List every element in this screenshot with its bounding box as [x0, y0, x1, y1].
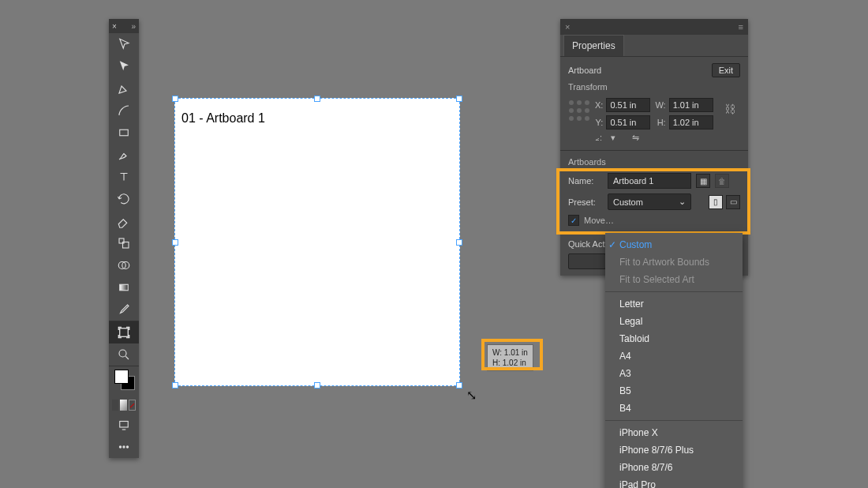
resize-handle[interactable]	[456, 382, 462, 389]
artboard-canvas[interactable]: 01 - Artboard 1 ⤡	[174, 98, 460, 386]
eraser-tool-icon[interactable]	[109, 210, 139, 232]
move-artwork-checkbox[interactable]: ✓	[568, 215, 579, 226]
move-artwork-label: Move…	[584, 216, 614, 225]
h-label: H:	[655, 118, 665, 127]
artboard-options-icon[interactable]: ▦	[696, 174, 710, 188]
preset-option[interactable]: iPhone 8/7/6 Plus	[605, 441, 743, 459]
rectangle-tool-icon[interactable]	[109, 122, 139, 144]
paintbrush-tool-icon[interactable]	[109, 144, 139, 166]
edit-toolbar-icon[interactable]	[109, 436, 139, 458]
fill-swatch[interactable]	[114, 370, 129, 384]
preset-dropdown-menu[interactable]: CustomFit to Artwork BoundsFit to Select…	[605, 233, 743, 488]
preset-option[interactable]: Legal	[605, 313, 743, 330]
h-input[interactable]	[669, 115, 713, 130]
gradient-mode-icon[interactable]	[120, 400, 126, 411]
preset-dropdown[interactable]: Custom ⌄	[608, 193, 691, 210]
resize-handle[interactable]	[314, 96, 320, 102]
resize-handle[interactable]	[172, 239, 178, 246]
svg-point-11	[126, 446, 128, 448]
screen-mode-icon[interactable]	[109, 414, 139, 436]
transform-section-label: Transform	[568, 82, 740, 92]
resize-handle[interactable]	[456, 239, 462, 246]
dimension-tooltip: W: 1.01 in H: 1.02 in	[487, 344, 533, 371]
landscape-orientation-icon[interactable]: ▭	[726, 195, 740, 209]
preset-option[interactable]: A4	[605, 347, 743, 365]
exit-button[interactable]: Exit	[712, 63, 740, 77]
preset-label: Preset:	[568, 197, 603, 207]
preset-option[interactable]: iPhone 8/7/6	[605, 459, 743, 476]
scale-tool-icon[interactable]	[109, 232, 139, 254]
svg-point-7	[119, 350, 126, 357]
selection-tool-icon[interactable]	[109, 33, 139, 55]
preset-option[interactable]: iPad Pro	[605, 476, 743, 488]
none-mode-icon[interactable]	[129, 400, 136, 411]
preset-value: Custom	[613, 197, 643, 207]
properties-tab[interactable]: Properties	[563, 35, 624, 56]
resize-handle[interactable]	[172, 382, 178, 389]
artboard-name-input[interactable]	[608, 173, 691, 189]
preset-option[interactable]: Fit to Selected Art	[605, 271, 743, 288]
eyedropper-tool-icon[interactable]	[109, 298, 139, 321]
x-input[interactable]	[606, 98, 650, 112]
preset-option[interactable]: Letter	[605, 295, 743, 313]
shape-builder-tool-icon[interactable]	[109, 254, 139, 276]
color-mode-icon[interactable]	[112, 400, 118, 411]
w-label: W:	[655, 100, 665, 110]
angle-dropdown-icon[interactable]: ▾	[607, 131, 619, 144]
name-label: Name:	[568, 176, 603, 186]
context-label: Artboard	[568, 66, 601, 75]
angle-label: ⦟:	[595, 133, 602, 142]
preset-option[interactable]: Custom	[605, 236, 743, 253]
rotate-tool-icon[interactable]	[109, 188, 139, 210]
resize-handle[interactable]	[456, 96, 462, 102]
draw-mode-icons[interactable]	[109, 398, 139, 414]
svg-rect-6	[120, 328, 129, 337]
toolbar-close-icon[interactable]: ×	[112, 22, 117, 31]
svg-rect-8	[120, 422, 129, 428]
panel-menu-icon[interactable]: ≡	[739, 22, 743, 32]
dropdown-divider	[605, 291, 743, 292]
chevron-down-icon: ⌄	[679, 197, 686, 207]
quick-action-button[interactable]	[568, 253, 606, 269]
preset-option[interactable]: Tabloid	[605, 330, 743, 347]
svg-rect-5	[120, 284, 129, 291]
resize-cursor-icon: ⤡	[466, 388, 477, 403]
reference-point-grid[interactable]	[568, 99, 590, 122]
y-label: Y:	[595, 118, 603, 127]
zoom-tool-icon[interactable]	[109, 343, 139, 366]
pen-tool-icon[interactable]	[109, 77, 139, 99]
preset-option[interactable]: Fit to Artwork Bounds	[605, 253, 743, 271]
artboard-label: 01 - Artboard 1	[181, 111, 265, 126]
resize-handle[interactable]	[172, 96, 178, 102]
preset-option[interactable]: B4	[605, 400, 743, 417]
artboard-tool-icon[interactable]	[109, 321, 139, 343]
fill-stroke-swatches[interactable]	[109, 366, 139, 398]
panel-header[interactable]: × ≡	[560, 19, 748, 35]
resize-handle[interactable]	[314, 382, 320, 389]
toolbar-expand-icon[interactable]: »	[131, 22, 136, 31]
preset-option[interactable]: A3	[605, 365, 743, 382]
svg-rect-1	[119, 238, 124, 243]
preset-option[interactable]: B5	[605, 382, 743, 400]
curvature-tool-icon[interactable]	[109, 99, 139, 122]
w-input[interactable]	[669, 98, 713, 112]
flip-horizontal-icon[interactable]: ⇋	[629, 131, 642, 144]
constrain-proportions-icon[interactable]: ⛓	[724, 103, 735, 115]
y-input[interactable]	[606, 115, 650, 130]
toolbar-header[interactable]: × »	[109, 19, 139, 33]
gradient-tool-icon[interactable]	[109, 276, 139, 298]
dropdown-divider	[605, 420, 743, 421]
tools-toolbar: × »	[109, 19, 139, 458]
direct-selection-tool-icon[interactable]	[109, 55, 139, 77]
panel-tabs: Properties	[560, 35, 748, 57]
x-label: X:	[595, 100, 603, 110]
svg-rect-0	[120, 130, 129, 136]
artboards-section-label: Artboards	[568, 157, 740, 167]
panel-close-icon[interactable]: ×	[565, 22, 570, 32]
preset-option[interactable]: iPhone X	[605, 424, 743, 441]
portrait-orientation-icon[interactable]: ▯	[709, 195, 723, 209]
type-tool-icon[interactable]	[109, 166, 139, 188]
delete-artboard-icon[interactable]: 🗑	[715, 174, 729, 188]
svg-point-10	[123, 446, 125, 448]
svg-point-9	[119, 446, 121, 448]
